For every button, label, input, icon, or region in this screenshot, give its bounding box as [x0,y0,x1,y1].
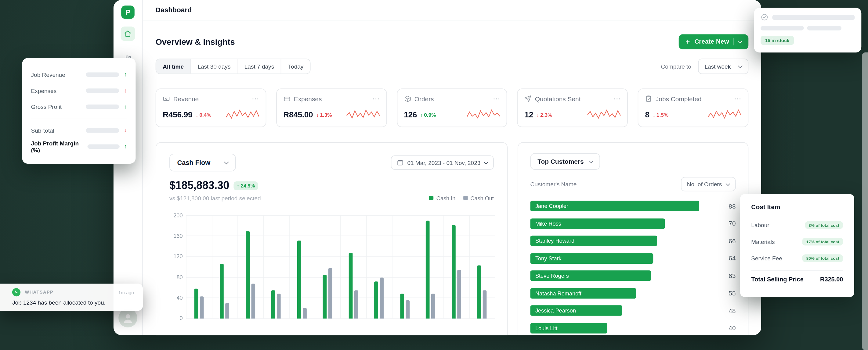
value-skeleton [86,128,119,133]
cash-out-bar[interactable] [225,303,229,319]
delta-arrow-icon: ↓ [196,111,198,117]
customer-order-count: 48 [728,307,736,314]
top-customers-panel: Top Customers Customer's Name No. of Ord… [518,142,748,335]
cash-in-bar[interactable] [323,275,327,318]
cash-out-bar[interactable] [303,308,307,319]
customer-row: Tony Stark 64 [530,250,736,267]
cash-in-bar[interactable] [477,266,481,319]
compare-period-select[interactable]: Last week [698,59,749,74]
cash-in-bar[interactable] [271,290,275,319]
customer-bar[interactable]: Jane Coopler [530,201,699,211]
trend-sparkline [467,108,500,121]
cost-row: Service Fee 80% of total cost [751,250,843,267]
cash-out-bar[interactable] [380,277,384,319]
text-skeleton [807,26,841,31]
kpi-menu-button[interactable]: ⋯ [493,96,500,102]
cash-in-bar[interactable] [246,231,250,319]
bar-group [426,215,435,318]
kpi-menu-button[interactable]: ⋯ [252,96,259,102]
kpi-menu-button[interactable]: ⋯ [372,96,380,102]
customer-name: Jane Coopler [530,201,699,211]
y-axis-tick-label: 120 [169,253,183,259]
kpi-label: Jobs Completed [656,96,702,102]
cash-out-bar[interactable] [277,294,281,319]
kpi-delta: ↑0.9% [420,111,436,117]
cash-in-bar[interactable] [400,294,404,319]
bar-group [323,215,332,318]
tab-last-7-days[interactable]: Last 7 days [238,59,281,73]
cash-in-bar[interactable] [452,225,456,319]
page-breadcrumb: Dashboard [156,6,192,14]
top-customers-select[interactable]: Top Customers [530,153,600,170]
cash-out-bar[interactable] [199,296,204,319]
customer-bar[interactable]: Jessica Pearson [530,306,623,316]
customer-bar[interactable]: Mike Ross [530,218,665,229]
customer-bar[interactable]: Stanley Howard [530,236,657,246]
cash-in-bar[interactable] [297,240,301,318]
cash-out-bar[interactable] [431,294,435,319]
kpi-menu-button[interactable]: ⋯ [734,96,741,102]
cash-in-bar[interactable] [374,281,378,318]
cash-flow-delta-badge: ↑ 24.9% [234,181,258,190]
stock-item-card: 15 in stock [754,8,861,53]
metric-row: Gross Profit ↑ [31,99,127,115]
cash-in-bar[interactable] [426,221,430,318]
delta-value: 0.4% [199,111,211,117]
window-header: Dashboard [143,0,761,21]
kpi-label: Revenue [173,96,199,102]
customer-bar[interactable]: Natasha Romanoff [530,288,636,299]
cash-in-bar[interactable] [220,264,224,319]
job-metrics-card: Job Revenue ↑ Expenses ↓ Gross Profit ↑ … [22,58,136,164]
cost-breakdown-card: Cost Item Labour 3% of total cost Materi… [740,194,854,297]
create-new-button[interactable]: + Create New [679,34,748,49]
customer-row: Louis Litt 40 [530,319,736,335]
trend-arrow-icon: ↓ [119,127,127,133]
kpi-delta: ↓2.3% [536,111,552,117]
orders-sort-select[interactable]: No. of Orders [681,177,736,191]
y-axis-tick-label: 40 [169,294,183,301]
sidebar-item-home[interactable] [121,27,135,41]
value-skeleton [86,88,119,93]
customer-bar[interactable]: Steve Rogers [530,271,651,281]
cash-out-bar[interactable] [483,290,487,319]
delta-value: 24.9% [241,183,255,188]
date-range-value: 01 Mar, 2023 - 01 Nov, 2023 [407,159,480,166]
cash-out-bar[interactable] [406,301,410,319]
chevron-down-icon [738,38,742,43]
cash-out-bar[interactable] [457,270,461,319]
cash-out-bar[interactable] [329,268,332,318]
user-avatar[interactable] [118,309,137,327]
cash-flow-panel: Cash Flow 01 Mar, 2023 - 01 Nov, 2023 $1… [156,142,508,335]
tab-today[interactable]: Today [281,59,310,73]
legend-cash-in: Cash In [436,195,456,201]
trend-sparkline [346,108,380,121]
customer-bar[interactable]: Tony Stark [530,253,653,264]
kpi-card-jobs-completed: Jobs Completed ⋯ 8 ↓1.5% [638,89,748,127]
cash-out-bar[interactable] [354,290,358,319]
kpi-menu-button[interactable]: ⋯ [614,96,621,102]
customer-bar[interactable]: Louis Litt [530,323,607,333]
y-axis-tick-label: 0 [169,315,183,321]
cost-row: Labour 3% of total cost [751,217,843,233]
kpi-value: 12 [524,110,533,119]
chevron-down-icon [484,160,488,164]
tab-last-30-days[interactable]: Last 30 days [191,59,238,73]
check-circle-icon [761,13,768,21]
kpi-card-revenue: Revenue ⋯ R456.99 ↓0.4% [156,89,266,127]
customer-name: Jessica Pearson [530,306,623,316]
package-icon [404,95,411,102]
value-skeleton [86,104,119,109]
total-selling-price-label: Total Selling Price [751,276,803,283]
compare-period-value: Last week [705,63,731,70]
bar-group [246,215,255,318]
cash-in-bar[interactable] [348,253,352,319]
whatsapp-notification-toast[interactable]: WHATSAPP 1m ago Job 1234 has been alloca… [0,284,143,311]
cash-out-bar[interactable] [251,284,255,319]
date-range-picker[interactable]: 01 Mar, 2023 - 01 Nov, 2023 [391,155,494,170]
metric-row: Expenses ↓ [31,82,127,99]
tab-all-time[interactable]: All time [156,59,191,73]
home-icon [124,30,131,37]
cash-flow-metric-select[interactable]: Cash Flow [169,154,236,171]
kpi-delta: ↓0.4% [196,111,212,117]
cash-in-bar[interactable] [194,289,198,319]
